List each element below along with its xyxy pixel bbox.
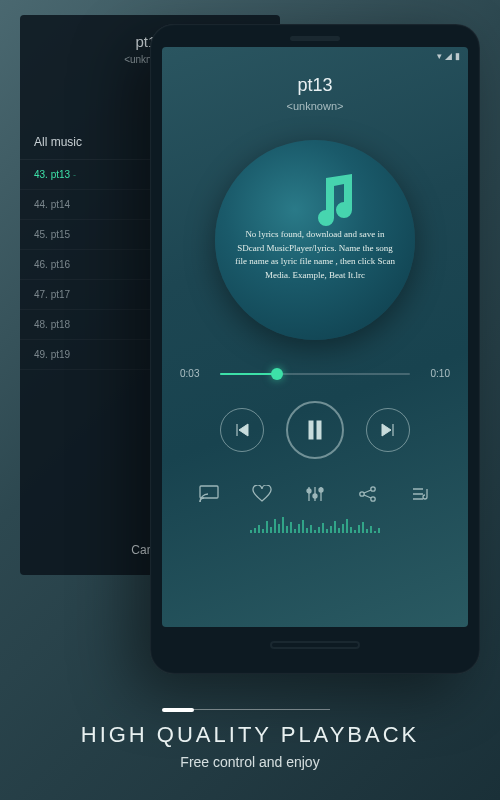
playback-controls	[162, 401, 468, 459]
queue-icon[interactable]	[410, 483, 432, 505]
share-icon[interactable]	[357, 483, 379, 505]
action-row	[162, 483, 468, 505]
svg-point-6	[360, 492, 364, 496]
time-elapsed: 0:03	[180, 368, 210, 379]
promo-headline: HIGH QUALITY PLAYBACK	[0, 722, 500, 748]
previous-button[interactable]	[220, 408, 264, 452]
music-note-icon	[308, 170, 360, 234]
phone-speaker	[290, 36, 340, 41]
promo-block: HIGH QUALITY PLAYBACK Free control and e…	[0, 709, 500, 770]
phone-frame: ▾◢▮ pt13 <unknown> No lyrics found, down…	[150, 24, 480, 674]
home-button[interactable]	[270, 641, 360, 649]
equalizer-icon[interactable]	[304, 483, 326, 505]
divider	[170, 709, 330, 710]
promo-sub: Free control and enjoy	[0, 754, 500, 770]
progress-bar[interactable]: 0:03 0:10	[162, 368, 468, 379]
album-art: No lyrics found, download and save in SD…	[215, 140, 415, 340]
player-screen: ▾◢▮ pt13 <unknown> No lyrics found, down…	[162, 47, 468, 627]
svg-point-3	[307, 489, 311, 493]
status-bar: ▾◢▮	[162, 47, 468, 65]
track-title: pt13	[162, 75, 468, 96]
seek-thumb[interactable]	[271, 368, 283, 380]
svg-point-7	[371, 487, 375, 491]
time-duration: 0:10	[420, 368, 450, 379]
svg-point-4	[313, 494, 317, 498]
cast-icon[interactable]	[198, 483, 220, 505]
track-artist: <unknown>	[162, 100, 468, 112]
heart-icon[interactable]	[251, 483, 273, 505]
pause-button[interactable]	[286, 401, 344, 459]
lyrics-text: No lyrics found, download and save in SD…	[215, 228, 415, 282]
svg-point-5	[319, 488, 323, 492]
svg-rect-0	[309, 421, 313, 439]
next-button[interactable]	[366, 408, 410, 452]
seek-track[interactable]	[220, 373, 410, 375]
seek-fill	[220, 373, 277, 375]
svg-rect-1	[317, 421, 321, 439]
visualizer	[162, 515, 468, 533]
svg-point-8	[371, 497, 375, 501]
